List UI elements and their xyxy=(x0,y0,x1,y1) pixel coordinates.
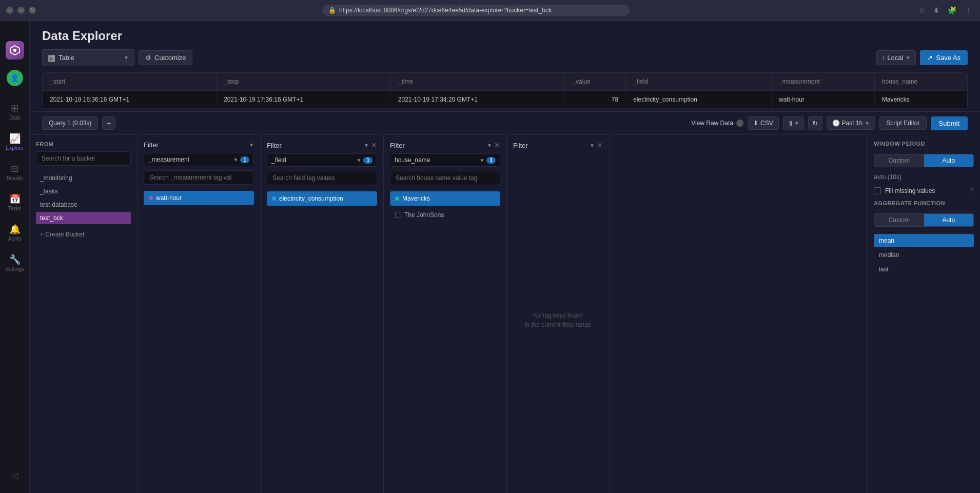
window-period-auto[interactable]: Auto xyxy=(924,154,974,167)
sidebar-item-explore[interactable]: 📈 Explore xyxy=(0,129,29,155)
browser-actions: ☆ ⬇ 🧩 ⋮ xyxy=(916,5,974,15)
filter3-search-input[interactable] xyxy=(390,171,500,185)
filter3-checkbox-johnsons[interactable] xyxy=(395,212,401,218)
main-content: Data Explorer ▦ Table ▼ ⚙ Customize ↑ Lo… xyxy=(30,21,980,493)
table-viz-icon: ▦ xyxy=(48,53,55,63)
filter3-tag-selector[interactable]: house_name ▼ 1 xyxy=(390,153,500,167)
pause-button[interactable]: ⏸ ▼ xyxy=(783,116,804,130)
extension-btn[interactable]: 🧩 xyxy=(946,5,958,15)
sidebar-item-boards[interactable]: ⊟ Boards xyxy=(0,159,29,185)
sidebar-item-explore-label: Explore xyxy=(6,145,24,151)
filter2-actions: ▼ ✕ xyxy=(364,141,377,149)
sidebar-collapse-button[interactable]: ◁ xyxy=(8,467,22,485)
script-editor-button[interactable]: Script Editor xyxy=(879,116,926,130)
sidebar-item-tasks[interactable]: 📅 Tasks xyxy=(0,189,29,215)
col-time: _time xyxy=(390,73,565,91)
customize-button[interactable]: ⚙ Customize xyxy=(139,50,192,65)
filter3-value-johnsons[interactable]: The JohnSons xyxy=(390,208,500,222)
local-selector[interactable]: ↑ Local ▼ xyxy=(876,50,916,65)
filter1-value-watt-hour[interactable]: watt-hour xyxy=(144,191,254,205)
table-header-row: _start _stop _time _value _field _measur… xyxy=(43,73,967,91)
filter2-value-label: electricity_consumption xyxy=(279,195,343,202)
filter2-dot xyxy=(272,196,276,201)
filter2-search-input[interactable] xyxy=(267,171,377,185)
filter3-value-mavericks[interactable]: Mavericks xyxy=(390,191,500,206)
add-query-icon: + xyxy=(107,120,111,127)
filter1-chevron[interactable]: ▼ xyxy=(249,142,254,148)
filter3-values: Mavericks The JohnSons xyxy=(390,191,500,222)
no-tag-line1: No tag keys found xyxy=(533,311,583,320)
time-selector[interactable]: 🕐 Past 1h ▼ xyxy=(827,116,876,130)
filter1-search-input[interactable] xyxy=(144,170,254,185)
settings-icon: 🔧 xyxy=(9,254,21,265)
viz-selector-label: Table xyxy=(58,54,121,62)
filter4-close-button[interactable]: ✕ xyxy=(597,141,603,149)
filter2-tag-selector[interactable]: _field ▼ 1 xyxy=(267,153,377,167)
forward-button[interactable]: → xyxy=(17,7,25,14)
right-panel: WINDOW PERIOD Custom Auto auto (10s) Fil… xyxy=(867,134,980,493)
query-tab[interactable]: Query 1 (0.03s) xyxy=(42,116,98,130)
filter4-header: Filter ▼ ✕ xyxy=(513,141,603,149)
query-bar: Query 1 (0.03s) + View Raw Data ⬇ CSV ⏸ … xyxy=(30,111,980,134)
window-period-custom[interactable]: Custom xyxy=(874,154,924,167)
save-as-button[interactable]: ↗ Save As xyxy=(920,50,968,65)
col-house-name: house_name xyxy=(874,73,967,91)
bucket-item-tasks[interactable]: _tasks xyxy=(36,185,131,198)
cell-time: 2021-10-19 17:34:20 GMT+1 xyxy=(390,91,565,109)
back-button[interactable]: ← xyxy=(6,7,13,14)
sidebar-item-settings[interactable]: 🔧 Settings xyxy=(0,250,29,276)
filter2-chevron[interactable]: ▼ xyxy=(364,143,369,148)
filter2-value-electricity[interactable]: electricity_consumption xyxy=(267,191,377,206)
save-as-icon: ↗ xyxy=(927,54,933,62)
filter1-values: watt-hour xyxy=(144,191,254,205)
sidebar-item-data[interactable]: ⊞ Data xyxy=(0,98,29,125)
filter3-close-button[interactable]: ✕ xyxy=(494,141,500,149)
filter4-chevron[interactable]: ▼ xyxy=(590,143,595,148)
fill-missing-checkbox[interactable] xyxy=(874,187,881,194)
bookmark-btn[interactable]: ☆ xyxy=(916,5,927,15)
agg-value-mean[interactable]: mean xyxy=(874,234,974,247)
menu-btn[interactable]: ⋮ xyxy=(963,5,974,15)
col-stop: _stop xyxy=(217,73,391,91)
agg-auto[interactable]: Auto xyxy=(924,214,974,226)
filter3-chevron[interactable]: ▼ xyxy=(487,143,492,148)
bucket-item-test-database[interactable]: test-database xyxy=(36,199,131,211)
filter2-values: electricity_consumption xyxy=(267,191,377,206)
bucket-search-input[interactable] xyxy=(36,151,131,166)
fill-missing-help-icon[interactable]: ? xyxy=(970,187,974,195)
filter3-value-johnsons-label: The JohnSons xyxy=(404,211,444,219)
page-title: Data Explorer xyxy=(42,29,968,43)
alerts-icon: 🔔 xyxy=(9,224,21,235)
boards-icon: ⊟ xyxy=(11,163,18,174)
save-as-label: Save As xyxy=(936,54,961,62)
agg-custom[interactable]: Custom xyxy=(874,214,924,226)
local-chevron: ▼ xyxy=(905,55,910,61)
bucket-item-monitoring[interactable]: _monitoring xyxy=(36,172,131,184)
view-raw-data[interactable]: View Raw Data xyxy=(691,120,743,127)
from-panel: FROM _monitoring _tasks test-database te… xyxy=(30,135,138,493)
sidebar-item-tasks-label: Tasks xyxy=(8,206,22,211)
filter4-actions: ▼ ✕ xyxy=(590,141,603,149)
bucket-item-test-bck[interactable]: test_bck xyxy=(36,212,131,224)
submit-button[interactable]: Submit xyxy=(931,116,968,130)
add-query-button[interactable]: + xyxy=(102,116,115,130)
download-btn[interactable]: ⬇ xyxy=(931,5,942,15)
filter1-label: Filter xyxy=(144,141,249,149)
view-raw-toggle[interactable] xyxy=(736,120,743,127)
clock-icon: 🕐 xyxy=(832,120,840,127)
sidebar-item-alerts[interactable]: 🔔 Alerts xyxy=(0,220,29,246)
filter1-tag-selector[interactable]: _measurement ▼ 1 xyxy=(144,153,254,166)
cell-stop: 2021-10-19 17:36:16 GMT+1 xyxy=(217,91,391,109)
agg-value-last[interactable]: last xyxy=(874,263,974,276)
create-bucket-button[interactable]: + Create Bucket xyxy=(36,228,131,241)
refresh-button[interactable]: ↻ xyxy=(808,116,822,130)
csv-button[interactable]: ⬇ CSV xyxy=(748,116,779,130)
visualization-selector[interactable]: ▦ Table ▼ xyxy=(42,49,134,66)
sidebar-item-settings-label: Settings xyxy=(5,266,24,272)
refresh-button[interactable]: ↻ xyxy=(29,7,36,14)
filter2-close-button[interactable]: ✕ xyxy=(371,141,377,149)
address-bar[interactable]: 🔒 https://localhost:8086/orgs/ef2d27dce6… xyxy=(322,5,630,16)
sidebar-item-boards-label: Boards xyxy=(7,175,23,181)
sidebar-user-avatar[interactable]: 👤 xyxy=(7,70,23,86)
agg-value-median[interactable]: median xyxy=(874,248,974,262)
